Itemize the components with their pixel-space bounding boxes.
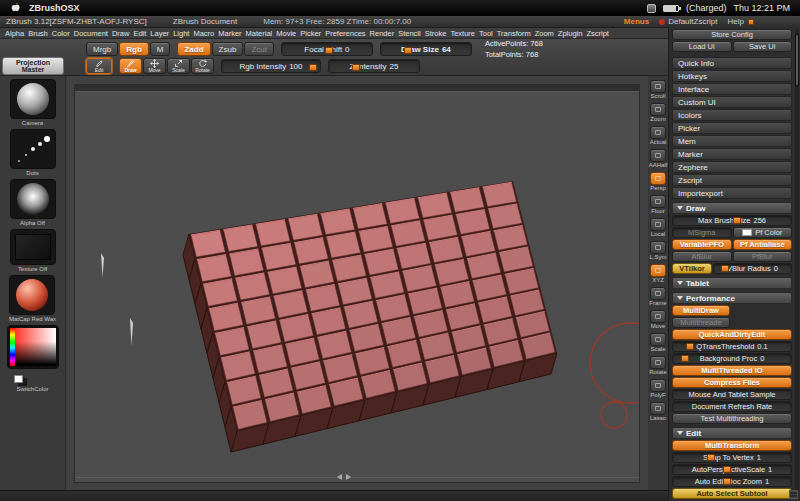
canvas-area[interactable] [66,76,648,490]
multithreade-toggle[interactable]: Multithreade [672,317,730,328]
tool-thumbnail[interactable] [10,229,56,265]
palette-menu-item[interactable]: Layer [150,29,169,38]
right-shelf-button-icon[interactable] [650,80,666,93]
right-shelf-button-icon[interactable] [650,172,666,185]
background-proc-slider[interactable]: Background Proc 0 [672,353,792,364]
menus-toggle[interactable]: Menus [624,17,649,26]
scale-button[interactable]: Scale [167,58,190,74]
mesh-3d-viewport[interactable] [75,85,640,483]
multitransform-toggle[interactable]: MultiTransform [672,440,792,451]
right-shelf-button-icon[interactable] [650,126,666,139]
tool-thumbnail[interactable] [9,275,55,315]
left-shelf-tool[interactable]: MatCap Red Wax [9,275,56,323]
palette-menu-item[interactable]: Light [173,29,189,38]
left-shelf-tool[interactable] [7,325,59,370]
palette-menu-item[interactable]: Picker [300,29,321,38]
z-intensity-slider[interactable]: Z Intensity 25 [328,59,420,73]
preferences-subpalette[interactable]: Importexport [672,187,792,199]
right-shelf-item[interactable]: Move [650,310,666,330]
palette-menu-item[interactable]: Stencil [398,29,421,38]
multidraw-toggle[interactable]: MultiDraw [672,305,730,316]
preferences-subpalette[interactable]: Hotkeys [672,70,792,82]
palette-menu-item[interactable]: Preferences [325,29,365,38]
right-shelf-item[interactable]: Frame [649,287,666,307]
preferences-subpalette[interactable]: Zscript [672,174,792,186]
preferences-subpalette[interactable]: Icolors [672,109,792,121]
left-shelf-tool[interactable]: Dots [10,129,56,177]
palette-menu-item[interactable]: Movie [276,29,296,38]
msigma-slider[interactable]: MSigma [672,227,732,238]
palette-menu-item[interactable]: Transform [497,29,531,38]
draw-section-header[interactable]: Draw [672,202,792,214]
rotate-button[interactable]: Rotate [191,58,214,74]
right-shelf-item[interactable]: Scale [650,333,666,353]
palette-menu-item[interactable]: Texture [450,29,475,38]
palette-menu-item[interactable]: Edit [133,29,146,38]
preferences-subpalette[interactable]: Quick Info [672,57,792,69]
auto-select-subtool-toggle[interactable]: Auto Select Subtool [672,488,792,499]
preferences-subpalette[interactable]: Mem [672,135,792,147]
palette-menu-item[interactable]: Color [52,29,70,38]
draw-button[interactable]: Draw [119,58,142,74]
variablepfo-toggle[interactable]: VariablePFO [672,239,732,250]
help-icon[interactable] [748,19,754,25]
palette-menu-item[interactable]: Draw [112,29,130,38]
left-shelf-tool[interactable]: Texture Off [10,229,56,273]
right-shelf-button-icon[interactable] [650,356,666,369]
right-shelf-item[interactable]: Scroll [650,80,666,100]
help-button[interactable]: Help [728,17,744,26]
palette-menu-item[interactable]: Zoom [535,29,554,38]
palette-menu-item[interactable]: Material [246,29,273,38]
tablet-section-header[interactable]: Tablet [672,277,792,289]
right-shelf-button-icon[interactable] [650,218,666,231]
zadd-button[interactable]: Zadd [177,42,210,56]
mrgb-button[interactable]: Mrgb [86,42,118,56]
palette-menu-item[interactable]: Alpha [5,29,24,38]
vblur-radius-slider[interactable]: VBlur Radius 0 [713,263,792,274]
zcut-button[interactable]: Zcut [244,42,274,56]
document-scroll-arrows[interactable] [337,474,351,480]
pfblur-toggle[interactable]: PfBlur [733,251,793,262]
right-shelf-button-icon[interactable] [650,264,666,277]
afblur-toggle[interactable]: AfBlur [672,251,732,262]
right-shelf-item[interactable]: XYZ [650,264,666,284]
pf-antialiase-toggle[interactable]: Pf Antialiase [733,239,793,250]
store-config-button[interactable]: Store Config [672,29,792,40]
vtilkor-toggle[interactable]: VTilkor [672,263,712,274]
edit-button[interactable]: Edit [86,58,112,74]
projection-master-button[interactable]: Projection Master [2,57,64,75]
rgb-intensity-slider[interactable]: Rgb Intensity 100 [221,59,321,73]
app-name[interactable]: ZBrushOSX [29,3,80,13]
tool-thumbnail[interactable] [10,179,56,219]
mouse-tablet-sample-slider[interactable]: Mouse And Tablet Sample [672,389,792,400]
right-shelf-item[interactable]: Zoom [650,103,666,123]
edit-section-header[interactable]: Edit [672,427,792,439]
palette-menu-item[interactable]: Marker [218,29,241,38]
palette-menu-item[interactable]: Render [370,29,395,38]
right-shelf-button-icon[interactable] [650,287,666,300]
right-shelf-item[interactable]: AAHalf [649,149,668,169]
draw-size-slider[interactable]: Draw Size 64 [380,42,472,56]
right-shelf-button-icon[interactable] [650,241,666,254]
rgb-button[interactable]: Rgb [119,42,149,56]
palette-menu-item[interactable]: Macro [193,29,214,38]
right-shelf-button-icon[interactable] [650,379,666,392]
move-button[interactable]: Move [143,58,166,74]
menu-bar-clock[interactable]: Thu 12:21 PM [733,3,790,13]
right-shelf-button-icon[interactable] [650,310,666,323]
max-brush-size-slider[interactable]: Max Brush Size 256 [672,215,792,226]
tool-thumbnail[interactable] [10,129,56,169]
scroll-left-icon[interactable] [337,474,342,480]
apple-menu-icon[interactable] [10,2,21,14]
scrollbar-thumb[interactable] [795,34,799,86]
scroll-right-icon[interactable] [346,474,351,480]
left-shelf-tool[interactable]: Camera [10,79,56,127]
auto-perspective-scale-slider[interactable]: AutoPerspectiveScale 1 [672,464,792,475]
m-button[interactable]: M [150,42,171,56]
load-ui-button[interactable]: Load Ui [672,41,732,52]
tool-thumbnail[interactable] [10,79,56,119]
tool-thumbnail[interactable] [7,325,59,369]
preferences-subpalette[interactable]: Picker [672,122,792,134]
quick-and-dirty-edit-toggle[interactable]: QuickAndDirtyEdit [672,329,792,340]
palette-menu-item[interactable]: Brush [28,29,48,38]
